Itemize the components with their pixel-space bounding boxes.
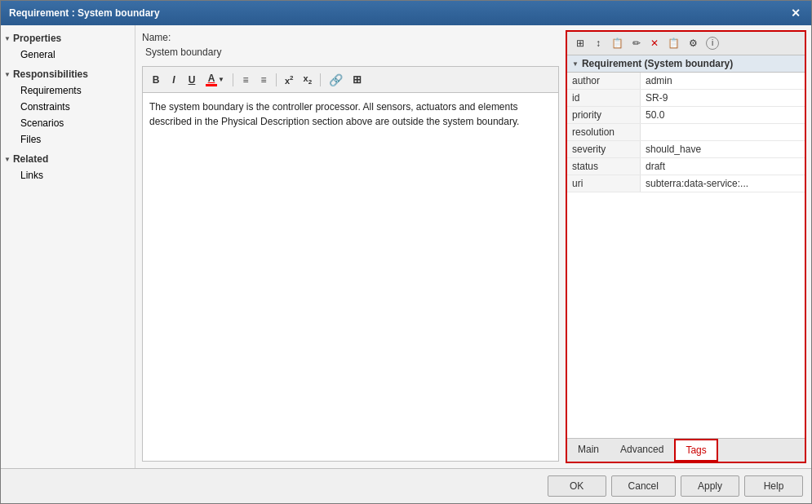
center-panel: Name: System boundary B I U A ▼ ≡ ≡ x2 [135, 25, 566, 468]
editor-content: The system boundary is the controller pr… [149, 99, 552, 129]
apply-button[interactable]: Apply [681, 475, 739, 497]
color-button[interactable]: A ▼ [202, 70, 229, 89]
tab-main[interactable]: Main [567, 439, 610, 462]
subscript-button[interactable]: x2 [300, 71, 317, 88]
sidebar-item-scenarios-label: Scenarios [20, 117, 64, 129]
props-header: ▼ Requirement (System boundary) [567, 55, 805, 73]
name-label: Name: [142, 32, 559, 43]
sidebar-section-properties: ▼ Properties General [1, 29, 135, 64]
props-row-author[interactable]: author admin [567, 73, 805, 90]
ordered-list-button[interactable]: ≡ [255, 72, 272, 88]
rp-edit-button[interactable]: ✏ [628, 35, 645, 51]
sidebar-section-responsibilities-label: Responsibilities [13, 69, 88, 80]
sidebar-item-constraints[interactable]: Constraints [1, 99, 135, 115]
main-window: Requirement : System boundary ✕ ▼ Proper… [0, 0, 812, 504]
close-button[interactable]: ✕ [788, 6, 803, 20]
props-val-author: admin [641, 73, 805, 89]
title-bar: Requirement : System boundary ✕ [1, 1, 811, 25]
sidebar-header-responsibilities[interactable]: ▼ Responsibilities [1, 66, 135, 82]
rp-info-button[interactable]: i [703, 34, 722, 52]
sidebar-item-requirements-label: Requirements [20, 85, 82, 96]
props-key-resolution: resolution [567, 124, 641, 140]
sidebar-item-links[interactable]: Links [1, 167, 135, 183]
props-key-priority: priority [567, 107, 641, 123]
props-val-uri: subterra:data-service:... [641, 175, 805, 192]
props-key-status: status [567, 158, 641, 175]
props-triangle-icon: ▼ [572, 60, 579, 68]
props-key-author: author [567, 73, 641, 89]
props-header-label: Requirement (System boundary) [582, 58, 733, 69]
props-val-id: SR-9 [641, 90, 805, 106]
superscript-button[interactable]: x2 [281, 72, 298, 88]
name-value: System boundary [142, 45, 559, 60]
help-button[interactable]: Help [744, 475, 803, 497]
props-row-uri[interactable]: uri subterra:data-service:... [567, 175, 805, 192]
sidebar-section-responsibilities: ▼ Responsibilities Requirements Constrai… [1, 64, 135, 149]
rp-clone-button[interactable]: 📋 [664, 35, 683, 51]
window-title: Requirement : System boundary [9, 7, 160, 19]
sidebar-item-general[interactable]: General [1, 46, 135, 63]
sidebar-section-properties-label: Properties [13, 33, 61, 44]
triangle-icon-3: ▼ [4, 156, 11, 163]
editor-toolbar: B I U A ▼ ≡ ≡ x2 x2 🔗 ⊞ [142, 66, 559, 92]
rp-sort-button[interactable]: ↕ [590, 35, 606, 51]
sidebar: ▼ Properties General ▼ Responsibilities … [1, 25, 135, 468]
triangle-icon-2: ▼ [4, 71, 11, 78]
color-dropdown-icon[interactable]: ▼ [218, 76, 224, 83]
props-row-id[interactable]: id SR-9 [567, 90, 805, 107]
sidebar-item-general-label: General [20, 49, 55, 60]
rp-grid-button[interactable]: ⊞ [572, 35, 588, 51]
italic-button[interactable]: I [166, 72, 182, 88]
toolbar-sep-2 [276, 73, 277, 86]
right-panel: ⊞ ↕ 📋 ✏ ✕ 📋 ⚙ i ▼ Requirement (System bo… [566, 30, 806, 463]
props-row-resolution[interactable]: resolution [567, 124, 805, 141]
props-row-priority[interactable]: priority 50.0 [567, 107, 805, 124]
props-val-priority: 50.0 [641, 107, 805, 123]
props-key-id: id [567, 90, 641, 106]
color-a-label: A [206, 73, 217, 86]
tab-tags[interactable]: Tags [674, 439, 717, 462]
sidebar-item-files[interactable]: Files [1, 131, 135, 148]
bold-button[interactable]: B [148, 72, 164, 88]
props-table: author admin id SR-9 priority 50.0 resol… [567, 73, 805, 255]
props-row-severity[interactable]: severity should_have [567, 141, 805, 158]
props-row-status[interactable]: status draft [567, 158, 805, 175]
toolbar-sep-3 [320, 73, 321, 86]
sidebar-header-related[interactable]: ▼ Related [1, 151, 135, 167]
props-val-severity: should_have [641, 141, 805, 157]
info-icon: i [706, 37, 719, 50]
underline-button[interactable]: U [184, 72, 200, 88]
unordered-list-button[interactable]: ≡ [237, 72, 254, 88]
rp-delete-button[interactable]: ✕ [646, 35, 663, 51]
sidebar-section-related: ▼ Related Links [1, 149, 135, 185]
right-panel-tabs: Main Advanced Tags [567, 438, 805, 462]
sidebar-item-files-label: Files [20, 134, 41, 145]
triangle-icon: ▼ [4, 35, 11, 42]
table-button[interactable]: ⊞ [348, 71, 366, 88]
sidebar-header-properties[interactable]: ▼ Properties [1, 30, 135, 46]
ok-button[interactable]: OK [548, 475, 606, 497]
sidebar-section-related-label: Related [13, 153, 48, 165]
sidebar-item-scenarios[interactable]: Scenarios [1, 115, 135, 131]
sidebar-item-requirements[interactable]: Requirements [1, 82, 135, 99]
cancel-button[interactable]: Cancel [611, 475, 676, 497]
tab-advanced[interactable]: Advanced [610, 439, 674, 462]
props-key-uri: uri [567, 175, 641, 192]
props-key-severity: severity [567, 141, 641, 157]
props-spacer [567, 255, 805, 438]
sidebar-item-links-label: Links [20, 170, 43, 181]
main-content: ▼ Properties General ▼ Responsibilities … [1, 25, 811, 468]
right-panel-toolbar: ⊞ ↕ 📋 ✏ ✕ 📋 ⚙ i [567, 32, 805, 55]
rp-settings-button[interactable]: ⚙ [685, 35, 701, 51]
color-swatch [206, 84, 217, 86]
rp-copy-button[interactable]: 📋 [608, 35, 627, 51]
link-button[interactable]: 🔗 [325, 71, 347, 89]
editor-area[interactable]: The system boundary is the controller pr… [142, 92, 559, 462]
props-val-status: draft [641, 158, 805, 175]
toolbar-sep-1 [233, 73, 233, 86]
props-val-resolution [641, 124, 805, 140]
sidebar-item-constraints-label: Constraints [20, 101, 70, 113]
footer: OK Cancel Apply Help [1, 468, 811, 503]
